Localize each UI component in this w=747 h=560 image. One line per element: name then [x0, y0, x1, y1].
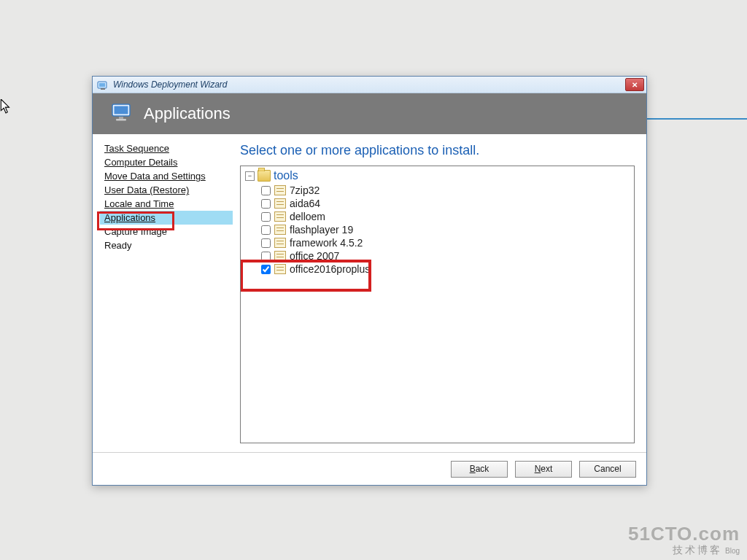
sidebar-item-user-data-restore-[interactable]: User Data (Restore) [100, 183, 233, 197]
back-button[interactable]: Back [451, 461, 508, 478]
watermark-line2: 技术博客Blog [628, 545, 740, 556]
sidebar-item-applications[interactable]: Applications [100, 211, 233, 225]
tree-item-label: office 2007 [290, 250, 339, 262]
cancel-button[interactable]: Cancel [579, 461, 636, 478]
sidebar-item-ready[interactable]: Ready [100, 238, 233, 252]
folder-icon [258, 170, 271, 182]
monitor-icon [110, 101, 135, 128]
tree-item-checkbox[interactable] [261, 238, 271, 248]
tree-root-label: tools [274, 169, 298, 182]
sidebar-item-locale-and-time[interactable]: Locale and Time [100, 197, 233, 211]
close-button[interactable]: ✕ [625, 78, 644, 91]
footer: Back Next Cancel [93, 452, 646, 485]
watermark: 51CTO.com 技术博客Blog [628, 524, 740, 556]
back-label: ack [476, 464, 489, 474]
application-icon [274, 211, 286, 222]
tree-item-framework-4-5-2[interactable]: framework 4.5.2 [261, 236, 630, 249]
collapse-icon[interactable]: − [245, 171, 255, 181]
tree-item-aida64[interactable]: aida64 [261, 197, 630, 210]
tree-item-label: 7zip32 [290, 184, 320, 196]
close-icon: ✕ [632, 81, 638, 89]
svg-rect-6 [116, 119, 126, 121]
tree-item-label: aida64 [290, 198, 320, 209]
app-icon [97, 79, 109, 90]
application-icon [274, 251, 286, 261]
window-title: Windows Deployment Wizard [113, 79, 228, 90]
cancel-label: Cancel [594, 464, 621, 474]
tree-root[interactable]: − tools [245, 169, 630, 182]
svg-rect-2 [101, 88, 105, 90]
svg-rect-1 [99, 83, 105, 87]
application-icon [274, 238, 286, 248]
next-label: ext [541, 464, 552, 474]
applications-tree[interactable]: − tools 7zip32aida64delloemflashplayer 1… [240, 166, 635, 443]
tree-children: 7zip32aida64delloemflashplayer 19framewo… [261, 184, 630, 276]
header-title: Applications [144, 104, 231, 123]
sidebar: Task SequenceComputer DetailsMove Data a… [93, 134, 233, 452]
tree-item-checkbox[interactable] [261, 252, 271, 261]
tree-item-checkbox[interactable] [261, 186, 271, 195]
tree-item-label: framework 4.5.2 [290, 237, 363, 249]
tree-item-label: office2016proplus [290, 263, 370, 275]
titlebar: Windows Deployment Wizard ✕ [93, 77, 646, 93]
tree-item-label: flashplayer 19 [290, 224, 353, 236]
wizard-body: Task SequenceComputer DetailsMove Data a… [93, 134, 646, 452]
application-icon [274, 225, 286, 235]
tree-item-delloem[interactable]: delloem [261, 210, 630, 223]
svg-rect-5 [119, 117, 123, 119]
application-icon [274, 264, 286, 274]
tree-item-office-2007[interactable]: office 2007 [261, 249, 630, 262]
header-banner: Applications [93, 93, 646, 134]
next-button[interactable]: Next [515, 461, 572, 478]
main-heading: Select one or more applications to insta… [240, 143, 635, 158]
tree-item-label: delloem [290, 211, 325, 222]
sidebar-item-capture-image[interactable]: Capture Image [100, 225, 233, 238]
tree-item-checkbox[interactable] [261, 199, 271, 209]
main-panel: Select one or more applications to insta… [233, 134, 646, 452]
tree-item-office2016proplus[interactable]: office2016proplus [261, 262, 630, 276]
svg-rect-4 [115, 106, 128, 114]
sidebar-item-move-data-and-settings[interactable]: Move Data and Settings [100, 169, 233, 183]
decorative-line [645, 118, 747, 120]
sidebar-item-computer-details[interactable]: Computer Details [100, 155, 233, 169]
watermark-line1: 51CTO.com [628, 524, 740, 545]
wizard-window: Windows Deployment Wizard ✕ Applications… [92, 76, 647, 486]
application-icon [274, 198, 286, 209]
tree-item-flashplayer-19[interactable]: flashplayer 19 [261, 223, 630, 236]
application-icon [274, 185, 286, 195]
tree-item-checkbox[interactable] [261, 212, 271, 222]
sidebar-item-task-sequence[interactable]: Task Sequence [100, 141, 233, 155]
tree-item-checkbox[interactable] [261, 225, 271, 235]
tree-item-checkbox[interactable] [261, 265, 271, 274]
tree-item-7zip32[interactable]: 7zip32 [261, 184, 630, 197]
